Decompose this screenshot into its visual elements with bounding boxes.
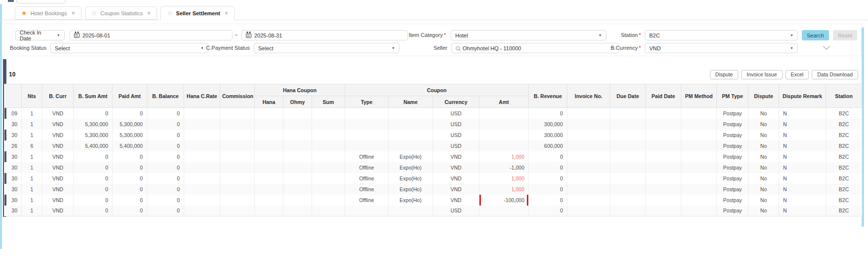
date-range-separator: ~ — [235, 32, 237, 38]
cell-commission — [220, 151, 255, 162]
table-row[interactable]: 301VND5,300,0005,300,0000USD300,000Postp… — [4, 130, 862, 140]
cell-coupon-amt — [479, 130, 529, 140]
favorite-star-icon[interactable]: ☆ — [167, 9, 173, 17]
cell-pm-method — [681, 119, 717, 130]
cell-pm-method — [681, 162, 717, 173]
cell-paid-date — [646, 130, 681, 140]
favorite-star-icon[interactable]: ☆ — [91, 9, 97, 17]
table-row[interactable]: 301VND5,300,0005,300,0000USD300,000Postp… — [4, 119, 862, 130]
reset-button[interactable]: Reset — [833, 30, 857, 40]
cell-b-balance: 0 — [147, 130, 184, 140]
cell-dispute: No — [749, 206, 779, 216]
cell-commission — [220, 195, 255, 206]
cell-commission — [220, 140, 255, 151]
cell-nts: 1 — [22, 108, 42, 119]
data-download-button[interactable]: Data Download — [812, 70, 858, 79]
cell-station: B2C — [826, 184, 862, 195]
table-row[interactable]: 301VND000OfflineExpo(Ho)VND1,0000Postpay… — [4, 151, 862, 162]
cell-coupon-name — [389, 130, 433, 140]
cell-coupon-name: Expo(Ho) — [389, 184, 433, 195]
invoice-issue-button[interactable]: Invoice Issue — [741, 70, 782, 79]
tab-bar: ★ Hotel Bookings × ☆ Coupon Statistics ×… — [0, 6, 868, 20]
cell-coupon-amt: 1,000 — [479, 184, 529, 195]
favorite-star-icon[interactable]: ★ — [21, 9, 27, 17]
cell-pm-type: Postpay — [717, 151, 749, 162]
cell-coupon-name — [389, 206, 433, 216]
cell-ohmy — [283, 195, 312, 206]
cell-hana — [255, 151, 283, 162]
cell-nts: 1 — [22, 162, 42, 173]
table-row[interactable]: 301VND000USD0PostpayNoNB2C — [4, 206, 862, 216]
cell-paid-amt: 0 — [113, 173, 147, 184]
date-type-select[interactable]: Check In Date ▼ — [15, 30, 65, 40]
station-select[interactable]: B2C ▼ — [645, 30, 798, 40]
tab-coupon-statistics[interactable]: ☆ Coupon Statistics × — [85, 6, 157, 20]
search-button[interactable]: Search — [802, 30, 829, 40]
close-icon[interactable]: × — [147, 10, 151, 17]
header-coupon-currency: Currency — [433, 96, 479, 108]
calendar-icon[interactable] — [74, 33, 79, 38]
cell-b-balance: 0 — [147, 173, 184, 184]
excel-button[interactable]: Excel — [786, 70, 809, 79]
header-sum: Sum — [312, 96, 345, 108]
header-dispute: Dispute — [749, 84, 779, 108]
cell-b-curr: VND — [42, 140, 74, 151]
cell-hana — [255, 119, 283, 130]
cell-coupon-name: Expo(Ho) — [389, 173, 433, 184]
cell-coupon-amt: 1,000 — [479, 173, 529, 184]
cell-date: 30 — [4, 119, 22, 130]
cell-coupon-type — [345, 140, 389, 151]
close-icon[interactable]: × — [72, 10, 75, 17]
item-category-label: Item Category* — [378, 30, 446, 40]
table-body: 091VND000USD0PostpayNoNB2C301VND5,300,00… — [4, 108, 862, 216]
table-row[interactable]: 301VND000OfflineExpo(Ho)VND-1,0000Postpa… — [4, 162, 862, 173]
expand-filters-chevron-icon[interactable] — [823, 43, 830, 50]
cell-dispute-remark: N — [779, 184, 826, 195]
cell-due-date — [610, 108, 646, 119]
cell-station: B2C — [826, 162, 862, 173]
header-pm-method: PM Method — [681, 84, 717, 108]
date-from-input[interactable]: 2025-08-01 — [70, 30, 233, 40]
cell-b-sum-amt: 0 — [74, 195, 113, 206]
cell-due-date — [610, 151, 646, 162]
cell-station: B2C — [826, 140, 862, 151]
booking-status-label: Booking Status — [4, 43, 46, 53]
c-payment-status-value: Select — [258, 45, 274, 51]
cell-sum — [312, 108, 345, 119]
c-payment-status-label: C.Payment Status — [183, 43, 250, 53]
cell-b-revenue: 0 — [529, 195, 567, 206]
cell-b-curr: VND — [42, 151, 74, 162]
cell-b-curr: VND — [42, 206, 74, 216]
tab-seller-settlement[interactable]: ☆ Seller Settlement × — [160, 6, 235, 20]
cell-invoice-no — [567, 140, 610, 151]
cell-coupon-type — [345, 119, 389, 130]
cell-commission — [220, 162, 255, 173]
close-icon[interactable]: × — [225, 10, 228, 17]
c-payment-status-select[interactable]: Select ▼ — [254, 43, 399, 53]
left-accent-strip — [0, 4, 2, 249]
cell-b-revenue: 600,000 — [529, 140, 567, 151]
cell-b-revenue: 0 — [529, 108, 567, 119]
dispute-button[interactable]: Dispute — [710, 70, 739, 79]
cell-b-curr: VND — [42, 195, 74, 206]
cell-pm-type: Postpay — [717, 195, 749, 206]
header-b-revenue: B. Revenue — [529, 84, 567, 108]
table-row[interactable]: 091VND000USD0PostpayNoNB2C — [4, 108, 862, 119]
cell-coupon-type: Offline — [345, 195, 389, 206]
table-row[interactable]: 301VND000OfflineExpo(Ho)VND-100,0000Post… — [4, 195, 862, 206]
table-row[interactable]: 266VND5,400,0005,400,0000USD600,000Postp… — [4, 140, 862, 151]
tab-hotel-bookings[interactable]: ★ Hotel Bookings × — [15, 6, 81, 20]
filter-panel: Check In Date ▼ 2025-08-01 ~ 2025-08-31 … — [4, 24, 862, 56]
table-row[interactable]: 301VND000OfflineExpo(Ho)VND1,0000Postpay… — [4, 173, 862, 184]
cell-pm-type: Postpay — [717, 119, 749, 130]
cell-coupon-amt — [479, 140, 529, 151]
cell-paid-amt: 0 — [113, 162, 147, 173]
b-currency-select[interactable]: VND ▼ — [645, 43, 798, 53]
cell-ohmy — [283, 119, 312, 130]
table-row[interactable]: 301VND000OfflineExpo(Ho)VND1,0000Postpay… — [4, 184, 862, 195]
cell-invoice-no — [567, 195, 610, 206]
cell-station: B2C — [826, 130, 862, 140]
cell-invoice-no — [567, 173, 610, 184]
calendar-icon[interactable] — [246, 33, 251, 38]
cell-b-balance: 0 — [147, 184, 184, 195]
